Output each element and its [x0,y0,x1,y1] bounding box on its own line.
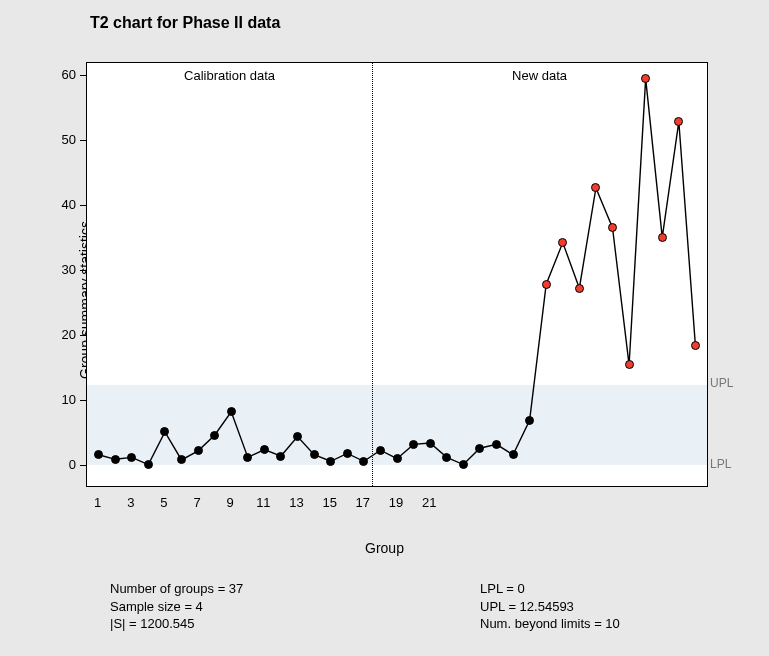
point-in [310,450,319,459]
point-in [260,445,269,454]
lpl-label: LPL [710,457,731,471]
y-tick: 60 [46,67,76,82]
x-axis-label: Group [0,540,769,556]
series-line [87,63,707,486]
stats-right: LPL = 0 UPL = 12.54593 Num. beyond limit… [480,580,620,633]
stat-upl: UPL = 12.54593 [480,598,620,616]
point-in [326,457,335,466]
point-in [194,446,203,455]
point-in [227,407,236,416]
stat-sample: Sample size = 4 [110,598,243,616]
point-in [459,460,468,469]
y-tick: 0 [46,457,76,472]
point-in [343,449,352,458]
upl-label: UPL [710,376,733,390]
x-tick: 5 [160,495,167,510]
y-tick-mark [80,400,86,401]
y-tick: 40 [46,197,76,212]
point-in [426,439,435,448]
y-tick-mark [80,75,86,76]
y-tick-mark [80,465,86,466]
x-tick: 11 [256,495,270,510]
y-tick-mark [80,205,86,206]
x-tick: 3 [127,495,134,510]
y-tick-mark [80,140,86,141]
y-tick: 50 [46,132,76,147]
x-tick: 13 [289,495,303,510]
stat-lpl: LPL = 0 [480,580,620,598]
point-in [509,450,518,459]
stat-ngroups: Number of groups = 37 [110,580,243,598]
x-tick: 1 [94,495,101,510]
plot-area: Calibration data New data [86,62,708,487]
stats-left: Number of groups = 37 Sample size = 4 |S… [110,580,243,633]
chart-title: T2 chart for Phase II data [90,14,280,32]
point-in [492,440,501,449]
x-tick: 15 [322,495,336,510]
point-in [376,446,385,455]
point-in [525,416,534,425]
point-in [111,455,120,464]
point-in [393,454,402,463]
stat-beyond: Num. beyond limits = 10 [480,615,620,633]
point-in [210,431,219,440]
point-in [409,440,418,449]
point-out [691,341,700,350]
y-tick-mark [80,270,86,271]
y-tick: 20 [46,327,76,342]
x-tick: 19 [389,495,403,510]
y-tick: 30 [46,262,76,277]
point-out [658,233,667,242]
x-tick: 21 [422,495,436,510]
point-out [542,280,551,289]
stat-detS: |S| = 1200.545 [110,615,243,633]
point-in [293,432,302,441]
point-out [575,284,584,293]
x-tick: 9 [227,495,234,510]
x-tick: 7 [193,495,200,510]
x-tick: 17 [356,495,370,510]
point-in [276,452,285,461]
y-tick: 10 [46,392,76,407]
y-tick-mark [80,335,86,336]
point-in [144,460,153,469]
